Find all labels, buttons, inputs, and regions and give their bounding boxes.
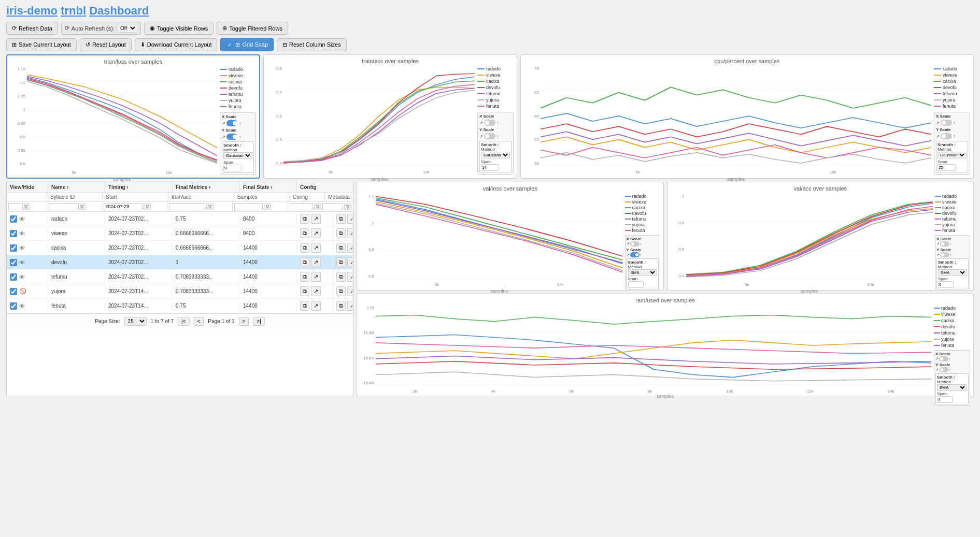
train-acc-smooth-select[interactable]: GaussianSMAEMANone — [481, 152, 510, 158]
filter-start-input[interactable]: 2024-07-23 — [104, 203, 143, 210]
config-open-btn-4[interactable]: ↗ — [311, 272, 321, 282]
meta-copy-btn-3[interactable]: ⧉ — [336, 257, 346, 267]
train-acc-span-input[interactable] — [481, 164, 499, 171]
filter-metric-btn[interactable]: ▽ — [206, 204, 214, 210]
meta-open-btn-1[interactable]: ↗ — [347, 228, 353, 238]
val-loss-xscale-toggle[interactable] — [630, 241, 640, 246]
row-visibility-4[interactable]: 👁 — [19, 274, 25, 280]
filter-name-btn[interactable]: ▽ — [78, 204, 86, 210]
filter-state-btn[interactable]: ▽ — [264, 204, 271, 210]
last-page-btn[interactable]: >| — [253, 317, 264, 326]
config-copy-btn-4[interactable]: ⧉ — [300, 272, 309, 282]
config-copy-btn-6[interactable]: ⧉ — [300, 301, 309, 311]
refresh-data-button[interactable]: ⟳ Refresh Data — [6, 22, 58, 35]
final-state-col-header[interactable]: Final State › — [240, 182, 297, 192]
row-checkbox-4[interactable] — [10, 273, 17, 281]
row-visibility-5[interactable]: 🚫 — [19, 288, 26, 295]
cpu-yscale-toggle[interactable] — [941, 133, 952, 139]
meta-copy-btn-4[interactable]: ⧉ — [336, 272, 346, 282]
filter-config-btn[interactable]: ▽ — [314, 204, 321, 210]
config-copy-btn-1[interactable]: ⧉ — [300, 228, 309, 238]
meta-open-btn-6[interactable]: ↗ — [347, 301, 353, 311]
train-loss-yscale-toggle[interactable] — [226, 134, 238, 140]
toggle-filtered-rows-button[interactable]: ⊗ Toggle Filtered Rows — [217, 22, 288, 35]
config-open-btn-1[interactable]: ↗ — [311, 228, 321, 238]
meta-copy-btn-2[interactable]: ⧉ — [336, 243, 346, 253]
grid-snap-button[interactable]: ✓ ⊞ Grid Snap — [220, 38, 274, 51]
config-open-btn-3[interactable]: ↗ — [311, 257, 321, 267]
meta-open-btn-2[interactable]: ↗ — [347, 243, 353, 253]
filter-checkbox-area[interactable] — [8, 203, 21, 210]
val-acc-xscale-toggle[interactable] — [940, 241, 949, 246]
meta-open-btn-3[interactable]: ↗ — [347, 257, 353, 267]
page-size-select[interactable]: 2550100 — [124, 317, 147, 326]
meta-copy-btn-6[interactable]: ⧉ — [336, 301, 346, 311]
row-metric-4: 0.7083333333... — [173, 272, 240, 282]
filter-metric-input[interactable] — [169, 203, 205, 210]
config-open-btn-6[interactable]: ↗ — [311, 301, 321, 311]
meta-copy-btn-1[interactable]: ⧉ — [336, 228, 346, 238]
row-checkbox-1[interactable] — [10, 230, 17, 237]
meta-open-btn-0[interactable]: ↗ — [347, 214, 353, 224]
save-layout-button[interactable]: ⊞ Save Current Layout — [6, 38, 77, 51]
first-page-btn[interactable]: |< — [178, 317, 189, 326]
val-loss-smooth-select[interactable]: SMAGaussianEMANone — [628, 269, 657, 276]
config-open-btn-0[interactable]: ↗ — [311, 214, 321, 224]
next-page-btn[interactable]: > — [239, 317, 249, 326]
config-copy-btn-0[interactable]: ⧉ — [300, 214, 309, 224]
meta-open-btn-4[interactable]: ↗ — [347, 272, 353, 282]
row-checkbox-0[interactable] — [10, 215, 17, 223]
row-checkbox-6[interactable] — [10, 302, 17, 310]
cpu-span-input[interactable] — [938, 164, 956, 171]
row-checkbox-5[interactable] — [10, 288, 17, 295]
row-checkbox-3[interactable] — [10, 259, 17, 266]
val-acc-smooth-select[interactable]: SMAGaussianEMANone — [938, 269, 967, 276]
filter-config-input[interactable] — [290, 203, 313, 210]
download-layout-button[interactable]: ⬇ Download Current Layout — [135, 38, 218, 51]
filter-name-input[interactable] — [49, 203, 77, 210]
ram-span-input[interactable] — [937, 396, 953, 403]
config-copy-btn-5[interactable]: ⧉ — [300, 286, 309, 296]
row-visibility-0[interactable]: 👁 — [19, 216, 25, 222]
timing-col-header[interactable]: Timing › — [105, 182, 173, 192]
train-loss-span-input[interactable] — [223, 165, 242, 171]
config-open-btn-2[interactable]: ↗ — [311, 243, 321, 253]
config-copy-btn-2[interactable]: ⧉ — [300, 243, 309, 253]
cpu-xscale-toggle[interactable] — [941, 120, 952, 126]
final-metrics-col-header[interactable]: Final Metrics › — [173, 182, 240, 192]
name-col-header[interactable]: Name › — [48, 182, 105, 192]
prev-page-btn[interactable]: < — [194, 317, 204, 326]
reset-col-sizes-button[interactable]: ⊟ Reset Column Sizes — [277, 38, 347, 51]
train-acc-xscale-toggle[interactable] — [484, 120, 495, 126]
train-acc-yscale-toggle[interactable] — [484, 133, 495, 139]
auto-refresh-select[interactable]: Off51030 — [117, 24, 137, 33]
filter-meta-btn[interactable]: ▽ — [344, 204, 351, 210]
filter-view-btn[interactable]: ▽ — [22, 204, 30, 210]
train-loss-smooth-select[interactable]: GaussianSMAEMANone — [223, 152, 252, 159]
row-checkbox-2[interactable] — [10, 244, 17, 252]
val-loss-yscale-toggle[interactable] — [630, 252, 640, 257]
filter-state-input[interactable] — [234, 203, 263, 210]
ram-smooth-select[interactable]: EMAGaussianSMANone — [937, 384, 967, 391]
filter-meta-input[interactable] — [322, 203, 343, 210]
ram-xscale-toggle[interactable] — [939, 356, 948, 361]
val-loss-span-input[interactable] — [628, 281, 644, 288]
row-visibility-6[interactable]: 👁 — [19, 303, 25, 309]
meta-open-btn-5[interactable]: ↗ — [347, 286, 353, 296]
app-link[interactable]: trnbl — [61, 4, 86, 17]
reset-layout-button[interactable]: ↺ Reset Layout — [80, 38, 132, 51]
row-visibility-1[interactable]: 👁 — [19, 230, 25, 237]
row-visibility-3[interactable]: 👁 — [19, 259, 25, 266]
row-visibility-2[interactable]: 👁 — [19, 245, 25, 251]
val-acc-span-input[interactable] — [938, 281, 954, 288]
meta-copy-btn-5[interactable]: ⧉ — [336, 286, 346, 296]
config-open-btn-5[interactable]: ↗ — [311, 286, 321, 296]
filter-start-btn[interactable]: ▽ — [144, 204, 151, 210]
cpu-smooth-select[interactable]: GaussianSMAEMANone — [938, 152, 967, 158]
config-copy-btn-3[interactable]: ⧉ — [300, 257, 309, 267]
train-loss-xscale-toggle[interactable] — [226, 120, 238, 126]
toggle-visible-rows-button[interactable]: ◉ Toggle Visible Rows — [144, 22, 214, 35]
meta-copy-btn-0[interactable]: ⧉ — [336, 214, 346, 224]
ram-yscale-toggle[interactable] — [939, 367, 948, 372]
val-acc-yscale-toggle[interactable] — [940, 252, 949, 257]
